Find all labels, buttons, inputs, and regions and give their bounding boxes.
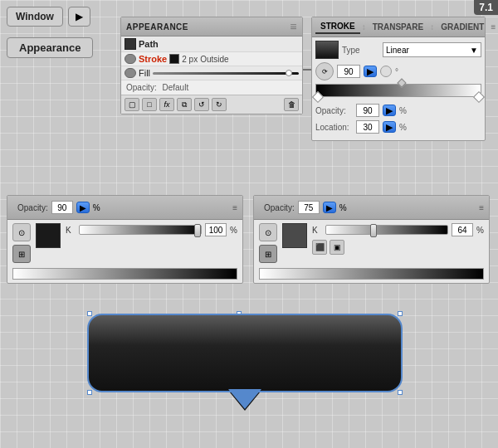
- location-value[interactable]: 30: [356, 120, 379, 134]
- cp-left-slider-thumb[interactable]: [194, 224, 201, 237]
- window-button[interactable]: Window: [7, 7, 63, 27]
- cp-left-percent: %: [93, 203, 100, 212]
- opacity-value: Default: [162, 83, 188, 92]
- opacity-blue-btn[interactable]: ▶: [383, 105, 396, 116]
- appearance-panel-title: APPEARANCE ≡: [121, 17, 302, 37]
- opacity-sg-percent: %: [399, 106, 407, 115]
- angle-icon: ⟳: [315, 62, 334, 80]
- opacity-sg-label: Opacity:: [315, 106, 353, 115]
- cp-left-menu[interactable]: ≡: [232, 203, 237, 212]
- cp-right-bottom: [254, 266, 489, 283]
- grid-mode-icon[interactable]: ⊞: [12, 245, 31, 263]
- stroke-label: Stroke: [139, 54, 167, 64]
- stroke-row[interactable]: Stroke 2 px Outside: [121, 52, 302, 66]
- cp-right-menu[interactable]: ≡: [479, 203, 484, 212]
- location-label: Location:: [315, 123, 353, 132]
- angle-row: ⟳ 90 ▶ °: [315, 62, 481, 80]
- cp-right-extra-icon2[interactable]: ▣: [330, 240, 344, 255]
- color-panel-left: Opacity: 90 ▶ % ≡ ⊙ ⊞ K 100 %: [7, 195, 243, 284]
- angle-value[interactable]: 90: [337, 65, 360, 78]
- dropdown-arrow: ▼: [470, 46, 478, 55]
- stroke-eye-icon[interactable]: [124, 54, 136, 64]
- cp-right-slider-track[interactable]: [325, 225, 448, 235]
- panel-menu-icon[interactable]: ≡: [491, 22, 496, 32]
- fill-slider[interactable]: [153, 72, 299, 75]
- location-percent: %: [399, 123, 407, 132]
- cp-right-gradient-bar: [259, 268, 484, 280]
- type-value: Linear: [386, 46, 409, 55]
- sel-handle-br[interactable]: [398, 390, 403, 395]
- cp-right-wheel-icon[interactable]: ⊙: [259, 223, 277, 241]
- path-icon: [124, 38, 136, 50]
- opacity-sg-value[interactable]: 90: [356, 104, 379, 117]
- cp-left-opacity-val[interactable]: 90: [51, 201, 73, 214]
- cp-right-opacity-val[interactable]: 75: [298, 201, 320, 214]
- sel-handle-bl[interactable]: [87, 390, 92, 395]
- cp-right-slider-value[interactable]: 64: [452, 223, 473, 236]
- stroke-tab[interactable]: STROKE: [315, 20, 360, 34]
- undo-icon-btn[interactable]: ↺: [194, 98, 209, 111]
- stroke-size: 2 px: [182, 55, 198, 64]
- wheel-mode-icon[interactable]: ⊙: [12, 223, 31, 241]
- panel-bottom-bar: ▢ □ fx ⧉ ↺ ↻ 🗑: [121, 95, 302, 114]
- cp-right-opacity-label: Opacity:: [264, 203, 295, 212]
- arrow-button[interactable]: ▶: [68, 7, 90, 27]
- cp-right-grid-icon[interactable]: ⊞: [259, 245, 277, 263]
- cp-right-opacity-row: Opacity: 75 ▶ %: [259, 198, 352, 217]
- location-row: Location: 30 ▶ %: [315, 120, 481, 134]
- stroke-position: Outside: [200, 55, 228, 64]
- location-blue-btn[interactable]: ▶: [383, 121, 396, 133]
- callout-shape-wrapper: [79, 314, 411, 411]
- color-swatch[interactable]: [315, 41, 339, 59]
- path-label: Path: [139, 39, 159, 49]
- cp-right-slider-thumb[interactable]: [370, 224, 377, 237]
- fill-label: Fill: [139, 68, 150, 78]
- cp-left-body: ⊙ ⊞ K 100 %: [7, 220, 242, 266]
- type-row: Type Linear ▼: [315, 41, 481, 59]
- sel-handle-tl[interactable]: [87, 311, 92, 316]
- cp-right-extra-icon1[interactable]: ⬛: [312, 240, 327, 255]
- gradient-stop-right[interactable]: [473, 91, 485, 103]
- cp-right-slider-label: K: [312, 226, 322, 235]
- cp-right-body: ⊙ ⊞ K 64 % ⬛ ▣: [254, 220, 489, 266]
- cp-left-slider-track[interactable]: [79, 225, 202, 235]
- angle-circle: [380, 66, 392, 77]
- cp-left-title-bar: Opacity: 90 ▶ % ≡: [7, 196, 242, 220]
- fill-row[interactable]: Fill: [121, 66, 302, 80]
- opacity-label: Opacity:: [126, 83, 157, 92]
- cp-right-sliders: K 64 % ⬛ ▣: [312, 223, 484, 255]
- transparent-tab[interactable]: TRANSPARE: [368, 21, 428, 33]
- gradient-bar[interactable]: [315, 84, 481, 97]
- cp-right-opacity-btn[interactable]: ▶: [323, 202, 336, 213]
- sg-title-bar: STROKE ↕ TRANSPARE ↕ GRADIENT ≡: [312, 17, 485, 37]
- drag-handle[interactable]: ≡: [290, 20, 297, 33]
- sel-handle-tr[interactable]: [398, 311, 403, 316]
- cp-right-mode-icons: ⊙ ⊞: [259, 223, 277, 263]
- fx-icon-btn[interactable]: fx: [159, 98, 174, 111]
- stroke-swatch[interactable]: [169, 54, 179, 64]
- cp-left-slider-percent: %: [230, 226, 237, 235]
- angle-blue-btn[interactable]: ▶: [364, 66, 377, 77]
- gradient-stop-left[interactable]: [312, 91, 324, 103]
- cp-left-swatch[interactable]: [36, 223, 61, 248]
- delete-icon-btn[interactable]: 🗑: [284, 98, 299, 111]
- cp-left-slider-value[interactable]: 100: [205, 223, 227, 236]
- cp-left-opacity-btn[interactable]: ▶: [76, 202, 90, 213]
- square-icon-btn[interactable]: □: [142, 98, 157, 111]
- fill-eye-icon[interactable]: [124, 68, 136, 78]
- add-icon-btn[interactable]: ▢: [124, 98, 139, 111]
- duplicate-icon-btn[interactable]: ⧉: [177, 98, 192, 111]
- gradient-tab[interactable]: GRADIENT: [436, 21, 489, 33]
- cp-left-slider-row: K 100 %: [66, 223, 237, 236]
- type-dropdown[interactable]: Linear ▼: [383, 42, 481, 57]
- type-label: Type: [342, 46, 379, 55]
- cp-left-opacity-label: Opacity:: [17, 203, 48, 212]
- cp-left-bottom: [7, 266, 242, 283]
- appearance-button[interactable]: Appearance: [7, 37, 93, 58]
- window-buttons: Window ▶: [7, 7, 90, 27]
- fill-slider-thumb: [286, 70, 292, 76]
- cp-left-sliders: K 100 %: [66, 223, 237, 239]
- cp-right-swatch[interactable]: [282, 223, 307, 248]
- cp-left-slider-label: K: [66, 226, 76, 235]
- redo-icon-btn[interactable]: ↻: [212, 98, 227, 111]
